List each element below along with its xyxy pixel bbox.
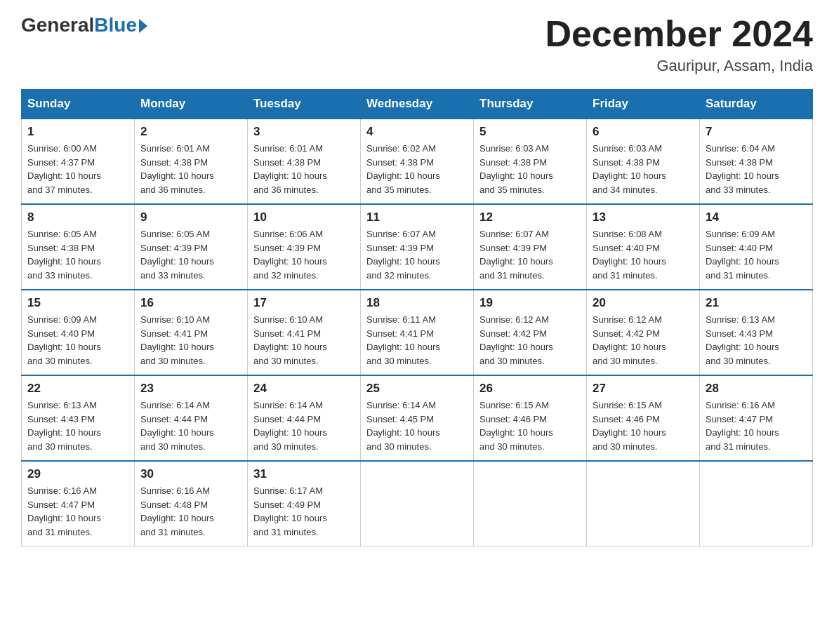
day-info: Sunrise: 6:16 AM Sunset: 4:47 PM Dayligh… (27, 484, 128, 539)
calendar-cell (361, 461, 474, 546)
header-cell-wednesday: Wednesday (361, 90, 474, 119)
day-info: Sunrise: 6:13 AM Sunset: 4:43 PM Dayligh… (27, 398, 128, 453)
day-info: Sunrise: 6:09 AM Sunset: 4:40 PM Dayligh… (27, 313, 128, 368)
day-info: Sunrise: 6:15 AM Sunset: 4:46 PM Dayligh… (593, 398, 694, 453)
logo-blue-part: Blue (94, 14, 147, 36)
calendar-cell: 29Sunrise: 6:16 AM Sunset: 4:47 PM Dayli… (22, 461, 135, 546)
calendar-cell: 5Sunrise: 6:03 AM Sunset: 4:38 PM Daylig… (474, 119, 587, 204)
header-cell-tuesday: Tuesday (248, 90, 361, 119)
day-info: Sunrise: 6:10 AM Sunset: 4:41 PM Dayligh… (253, 313, 355, 368)
day-number: 25 (366, 382, 468, 396)
logo-arrow-icon (139, 19, 147, 33)
day-number: 5 (479, 125, 581, 139)
day-info: Sunrise: 6:14 AM Sunset: 4:44 PM Dayligh… (253, 398, 355, 453)
day-number: 24 (253, 382, 355, 396)
day-number: 28 (706, 382, 807, 396)
day-number: 13 (593, 210, 694, 224)
day-number: 4 (366, 125, 468, 139)
day-number: 16 (140, 296, 241, 310)
day-info: Sunrise: 6:07 AM Sunset: 4:39 PM Dayligh… (479, 227, 581, 282)
location-text: Gauripur, Assam, India (545, 57, 813, 75)
calendar-cell: 10Sunrise: 6:06 AM Sunset: 4:39 PM Dayli… (248, 204, 361, 290)
day-info: Sunrise: 6:04 AM Sunset: 4:38 PM Dayligh… (706, 142, 807, 196)
day-info: Sunrise: 6:01 AM Sunset: 4:38 PM Dayligh… (253, 142, 355, 196)
calendar-table: SundayMondayTuesdayWednesdayThursdayFrid… (21, 89, 813, 546)
day-number: 2 (140, 125, 241, 139)
logo-general-text: General (21, 14, 94, 36)
header-cell-saturday: Saturday (700, 90, 813, 119)
day-number: 15 (27, 296, 128, 310)
week-row-5: 29Sunrise: 6:16 AM Sunset: 4:47 PM Dayli… (22, 461, 813, 546)
calendar-cell: 7Sunrise: 6:04 AM Sunset: 4:38 PM Daylig… (700, 119, 813, 204)
day-info: Sunrise: 6:03 AM Sunset: 4:38 PM Dayligh… (479, 142, 581, 196)
day-number: 9 (140, 210, 241, 224)
day-number: 1 (27, 125, 128, 139)
day-info: Sunrise: 6:11 AM Sunset: 4:41 PM Dayligh… (366, 313, 468, 368)
day-info: Sunrise: 6:09 AM Sunset: 4:40 PM Dayligh… (706, 227, 807, 282)
day-info: Sunrise: 6:12 AM Sunset: 4:42 PM Dayligh… (593, 313, 694, 368)
calendar-cell: 16Sunrise: 6:10 AM Sunset: 4:41 PM Dayli… (135, 290, 248, 375)
day-number: 21 (706, 296, 807, 310)
page-header: General Blue December 2024 Gauripur, Ass… (21, 14, 813, 75)
day-info: Sunrise: 6:10 AM Sunset: 4:41 PM Dayligh… (140, 313, 241, 368)
calendar-cell (700, 461, 813, 546)
day-number: 14 (706, 210, 807, 224)
calendar-cell: 30Sunrise: 6:16 AM Sunset: 4:48 PM Dayli… (135, 461, 248, 546)
day-info: Sunrise: 6:12 AM Sunset: 4:42 PM Dayligh… (479, 313, 581, 368)
calendar-cell (474, 461, 587, 546)
day-number: 23 (140, 382, 241, 396)
header-cell-sunday: Sunday (22, 90, 135, 119)
day-info: Sunrise: 6:14 AM Sunset: 4:45 PM Dayligh… (366, 398, 468, 453)
day-number: 18 (366, 296, 468, 310)
day-number: 20 (593, 296, 694, 310)
logo: General Blue (21, 14, 147, 36)
week-row-2: 8Sunrise: 6:05 AM Sunset: 4:38 PM Daylig… (22, 204, 813, 290)
day-info: Sunrise: 6:05 AM Sunset: 4:38 PM Dayligh… (27, 227, 128, 282)
day-number: 26 (479, 382, 581, 396)
calendar-cell: 9Sunrise: 6:05 AM Sunset: 4:39 PM Daylig… (135, 204, 248, 290)
month-title: December 2024 (545, 14, 813, 54)
calendar-body: 1Sunrise: 6:00 AM Sunset: 4:37 PM Daylig… (22, 119, 813, 546)
day-info: Sunrise: 6:16 AM Sunset: 4:47 PM Dayligh… (706, 398, 807, 453)
calendar-cell: 1Sunrise: 6:00 AM Sunset: 4:37 PM Daylig… (22, 119, 135, 204)
calendar-cell: 26Sunrise: 6:15 AM Sunset: 4:46 PM Dayli… (474, 375, 587, 461)
day-number: 11 (366, 210, 468, 224)
calendar-cell: 15Sunrise: 6:09 AM Sunset: 4:40 PM Dayli… (22, 290, 135, 375)
day-number: 19 (479, 296, 581, 310)
day-number: 27 (593, 382, 694, 396)
day-number: 31 (253, 467, 355, 481)
header-row: SundayMondayTuesdayWednesdayThursdayFrid… (22, 90, 813, 119)
day-info: Sunrise: 6:08 AM Sunset: 4:40 PM Dayligh… (593, 227, 694, 282)
day-info: Sunrise: 6:00 AM Sunset: 4:37 PM Dayligh… (27, 142, 128, 196)
day-number: 12 (479, 210, 581, 224)
calendar-cell: 23Sunrise: 6:14 AM Sunset: 4:44 PM Dayli… (135, 375, 248, 461)
day-number: 10 (253, 210, 355, 224)
day-info: Sunrise: 6:02 AM Sunset: 4:38 PM Dayligh… (366, 142, 468, 196)
calendar-cell: 21Sunrise: 6:13 AM Sunset: 4:43 PM Dayli… (700, 290, 813, 375)
day-number: 17 (253, 296, 355, 310)
day-info: Sunrise: 6:15 AM Sunset: 4:46 PM Dayligh… (479, 398, 581, 453)
day-info: Sunrise: 6:14 AM Sunset: 4:44 PM Dayligh… (140, 398, 241, 453)
calendar-cell: 28Sunrise: 6:16 AM Sunset: 4:47 PM Dayli… (700, 375, 813, 461)
day-info: Sunrise: 6:16 AM Sunset: 4:48 PM Dayligh… (140, 484, 241, 539)
calendar-cell (587, 461, 700, 546)
calendar-cell: 2Sunrise: 6:01 AM Sunset: 4:38 PM Daylig… (135, 119, 248, 204)
calendar-cell: 20Sunrise: 6:12 AM Sunset: 4:42 PM Dayli… (587, 290, 700, 375)
title-block: December 2024 Gauripur, Assam, India (545, 14, 813, 75)
day-number: 3 (253, 125, 355, 139)
calendar-cell: 6Sunrise: 6:03 AM Sunset: 4:38 PM Daylig… (587, 119, 700, 204)
week-row-3: 15Sunrise: 6:09 AM Sunset: 4:40 PM Dayli… (22, 290, 813, 375)
day-info: Sunrise: 6:01 AM Sunset: 4:38 PM Dayligh… (140, 142, 241, 196)
day-number: 29 (27, 467, 128, 481)
calendar-cell: 12Sunrise: 6:07 AM Sunset: 4:39 PM Dayli… (474, 204, 587, 290)
day-info: Sunrise: 6:06 AM Sunset: 4:39 PM Dayligh… (253, 227, 355, 282)
calendar-cell: 24Sunrise: 6:14 AM Sunset: 4:44 PM Dayli… (248, 375, 361, 461)
day-number: 7 (706, 125, 807, 139)
week-row-1: 1Sunrise: 6:00 AM Sunset: 4:37 PM Daylig… (22, 119, 813, 204)
calendar-cell: 14Sunrise: 6:09 AM Sunset: 4:40 PM Dayli… (700, 204, 813, 290)
day-number: 30 (140, 467, 241, 481)
week-row-4: 22Sunrise: 6:13 AM Sunset: 4:43 PM Dayli… (22, 375, 813, 461)
day-info: Sunrise: 6:13 AM Sunset: 4:43 PM Dayligh… (706, 313, 807, 368)
calendar-cell: 22Sunrise: 6:13 AM Sunset: 4:43 PM Dayli… (22, 375, 135, 461)
header-cell-monday: Monday (135, 90, 248, 119)
